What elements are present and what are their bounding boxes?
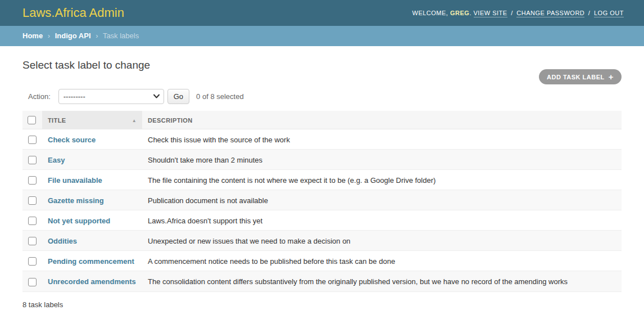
content-area: Select task label to change ADD TASK LAB…: [0, 59, 644, 310]
add-task-label-button-label: ADD TASK LABEL: [547, 74, 605, 80]
table-header-row: TITLE ▲ DESCRIPTION: [22, 111, 622, 129]
select-all-checkbox[interactable]: [28, 116, 36, 124]
add-task-label-button[interactable]: ADD TASK LABEL +: [539, 69, 622, 84]
row-checkbox[interactable]: [28, 176, 37, 185]
task-label-description: Unexpected or new issues that we need to…: [142, 231, 622, 251]
breadcrumb-separator-icon: ›: [48, 32, 50, 40]
sort-ascending-icon[interactable]: ▲: [132, 118, 137, 123]
change-password-link[interactable]: CHANGE PASSWORD: [516, 10, 584, 17]
task-label-description: A commencement notice needs to be publis…: [142, 251, 622, 271]
breadcrumb-home[interactable]: Home: [22, 32, 43, 40]
selection-counter: 0 of 8 selected: [196, 92, 244, 101]
row-checkbox[interactable]: [28, 217, 37, 225]
task-label-link[interactable]: Check source: [48, 136, 96, 144]
row-checkbox[interactable]: [28, 156, 37, 164]
task-label-description: Publication document is not available: [142, 190, 622, 210]
row-checkbox[interactable]: [28, 278, 37, 286]
column-header-title[interactable]: TITLE ▲: [42, 111, 142, 129]
table-row: Gazette missing Publication document is …: [22, 190, 622, 210]
task-label-description: Check this issue with the source of the …: [142, 129, 622, 150]
go-button[interactable]: Go: [167, 89, 189, 104]
task-label-description: Shouldn't take more than 2 minutes: [142, 150, 622, 170]
username: GREG: [450, 10, 469, 16]
welcome-text: WELCOME,: [412, 10, 448, 16]
result-count: 8 task labels: [22, 300, 622, 309]
table-row: Pending commencement A commencement noti…: [22, 251, 622, 271]
task-label-table: TITLE ▲ DESCRIPTION Check source Check t…: [22, 111, 622, 292]
row-checkbox[interactable]: [28, 196, 37, 205]
breadcrumb-indigo-api[interactable]: Indigo API: [55, 32, 91, 40]
plus-icon: +: [609, 73, 614, 81]
task-label-description: Laws.Africa doesn't support this yet: [142, 210, 622, 231]
column-header-title-label: TITLE: [48, 117, 66, 124]
task-label-link[interactable]: Unrecorded amendments: [48, 277, 136, 286]
breadcrumb-current-page: Task labels: [103, 32, 139, 40]
task-label-link[interactable]: Easy: [48, 156, 65, 164]
site-title[interactable]: Laws.Africa Admin: [22, 6, 124, 20]
task-label-description: The file containing the content is not w…: [142, 170, 622, 190]
task-label-link[interactable]: Oddities: [48, 237, 77, 245]
breadcrumb: Home › Indigo API › Task labels: [0, 26, 644, 46]
task-label-link[interactable]: Pending commencement: [48, 257, 134, 266]
table-row: Unrecorded amendments The consolidation …: [22, 271, 622, 291]
task-label-description: The consolidation content differs substa…: [142, 271, 622, 291]
table-row: Check source Check this issue with the s…: [22, 129, 622, 150]
welcome-period: .: [469, 10, 471, 16]
task-label-link[interactable]: Not yet supported: [48, 217, 110, 225]
log-out-link[interactable]: LOG OUT: [594, 10, 624, 17]
table-row: Not yet supported Laws.Africa doesn't su…: [22, 210, 622, 231]
action-label: Action:: [28, 92, 51, 101]
table-row: Oddities Unexpected or new issues that w…: [22, 231, 622, 251]
action-select-wrap: ---------: [58, 89, 164, 104]
task-label-link[interactable]: File unavailable: [48, 176, 102, 185]
breadcrumb-separator-icon: ›: [96, 32, 98, 40]
link-separator: /: [511, 10, 513, 16]
row-checkbox[interactable]: [28, 136, 37, 144]
actions-bar: Action: --------- Go 0 of 8 selected: [22, 89, 622, 104]
branding-bar: Laws.Africa Admin WELCOME, GREG. VIEW SI…: [0, 0, 644, 26]
link-separator: /: [588, 10, 591, 16]
task-label-link[interactable]: Gazette missing: [48, 196, 104, 205]
page-title: Select task label to change: [22, 59, 622, 71]
table-row: File unavailable The file containing the…: [22, 170, 622, 190]
action-select[interactable]: ---------: [58, 89, 164, 104]
row-checkbox[interactable]: [28, 257, 37, 266]
column-header-description[interactable]: DESCRIPTION: [142, 111, 622, 129]
row-checkbox[interactable]: [28, 237, 37, 245]
view-site-link[interactable]: VIEW SITE: [474, 10, 507, 17]
user-tools: WELCOME, GREG. VIEW SITE / CHANGE PASSWO…: [412, 10, 624, 16]
table-row: Easy Shouldn't take more than 2 minutes: [22, 150, 622, 170]
task-label-table-body: Check source Check this issue with the s…: [22, 129, 622, 292]
